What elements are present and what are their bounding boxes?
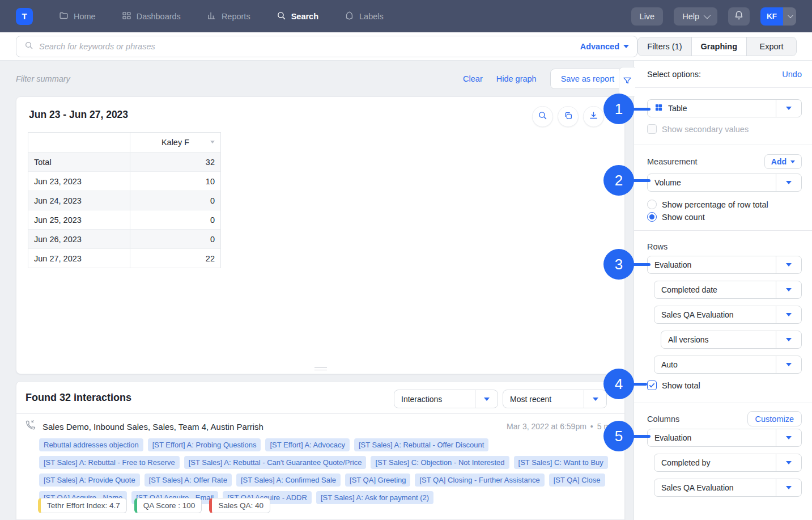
search-input[interactable] (39, 42, 575, 51)
qa-score-badge: QA Score : 100 (134, 498, 202, 513)
radio-show-count[interactable]: Show count (647, 212, 802, 222)
rows-dropdown-sales-qa[interactable]: Sales QA Evaluation (654, 306, 802, 324)
app-window: T Home Dashboards Reports (0, 0, 812, 520)
rows-dropdown-evaluation[interactable]: Evaluation (647, 256, 802, 274)
app-logo[interactable]: T (16, 8, 33, 25)
interactions-card: Found 32 interactions Interactions Most … (16, 381, 625, 520)
interaction-meta: Mar 3, 2022 at 6:59pm • 5 min (507, 422, 617, 431)
annotation-circle-1: 1 (603, 94, 634, 124)
nav-item-home[interactable]: Home (59, 11, 96, 22)
caret-down-icon (776, 479, 801, 496)
radio-unchecked (647, 200, 657, 209)
nav-item-label: Dashboards (137, 12, 181, 21)
notifications-button[interactable] (728, 7, 750, 26)
rows-dropdown-all-versions[interactable]: All versions (661, 331, 802, 349)
columns-dropdown-sales-qa[interactable]: Sales QA Evaluation (654, 479, 802, 497)
nav-item-dashboards[interactable]: Dashboards (122, 11, 181, 22)
columns-dropdown-evaluation[interactable]: Evaluation (647, 429, 802, 447)
results-count-title: Found 32 interactions (25, 392, 131, 404)
columns-section: Columns Customize Evaluation Completed b… (634, 403, 812, 497)
radio-show-percentage[interactable]: Show percentage of row total (647, 200, 802, 209)
hide-graph-link[interactable]: Hide graph (496, 74, 537, 83)
chevron-down-icon (783, 7, 796, 26)
chevron-down-icon (704, 12, 711, 19)
graph-resize-handle[interactable] (314, 367, 327, 372)
filter-panel-tab[interactable] (619, 67, 635, 96)
row-label: Jun 26, 2023 (28, 230, 130, 248)
sort-caret-icon (210, 141, 215, 143)
dot-separator: • (590, 422, 593, 431)
undo-link[interactable]: Undo (782, 70, 802, 79)
nav-item-search[interactable]: Search (277, 11, 318, 22)
measurement-section: Measurement Add Volume Show percentage o… (634, 145, 812, 230)
rows-dropdown-auto[interactable]: Auto (654, 356, 802, 374)
zoom-search-button[interactable] (532, 106, 553, 127)
divider (16, 413, 624, 414)
tag-chip[interactable]: [ST Sales] A: Rebuttal - Can't Guarantee… (184, 456, 367, 469)
caret-down-icon (790, 160, 795, 163)
nav-item-label: Home (74, 12, 96, 21)
tab-graphing[interactable]: Graphing (691, 37, 746, 56)
help-menu-button[interactable]: Help (674, 7, 717, 26)
tag-chip[interactable]: [ST Sales] A: Offer Rate (144, 474, 232, 487)
tag-chip[interactable]: Rebuttal addresses objection (39, 438, 143, 451)
top-nav-bar: T Home Dashboards Reports (0, 0, 812, 32)
tag-chip[interactable]: [ST QA] Close (549, 474, 605, 487)
table-header-row: Kaley F (28, 133, 220, 152)
live-button[interactable]: Live (631, 7, 664, 26)
column-header-kaley-f[interactable]: Kaley F (130, 138, 220, 147)
bell-icon (734, 10, 744, 22)
row-value: 0 (130, 215, 220, 225)
tag-chip[interactable]: [ST QA] Closing - Further Assistance (415, 474, 544, 487)
tag-chip[interactable]: [ST Effort] A: Probing Questions (148, 438, 261, 451)
tag-chip[interactable]: [ST Sales] C: Objection - Not Interested (371, 456, 509, 469)
row-label: Jun 25, 2023 (28, 210, 130, 229)
annotation-circle-5: 5 (603, 421, 634, 451)
tag-row: [ST Sales] A: Rebuttal - Free to Reserve… (39, 456, 600, 469)
columns-dropdown-completed-by[interactable]: Completed by (654, 454, 802, 472)
phone-call-icon (25, 420, 36, 433)
annotation-circle-4: 4 (603, 369, 634, 399)
tag-chip[interactable]: [ST Sales] A: Rebuttal - Offer Discount (354, 438, 488, 451)
tag-chip[interactable]: [ST Sales] A: Rebuttal - Free to Reserve (39, 456, 180, 469)
caret-down-icon (776, 306, 801, 323)
user-menu[interactable]: KF (760, 7, 796, 26)
download-button[interactable] (583, 106, 604, 127)
caret-down-icon (776, 174, 801, 191)
customize-button[interactable]: Customize (747, 411, 802, 426)
row-value: 10 (130, 177, 220, 186)
add-measurement-button[interactable]: Add (764, 154, 802, 169)
tab-filters[interactable]: Filters (1) (638, 37, 691, 56)
show-secondary-checkbox-row[interactable]: Show secondary values (647, 124, 802, 134)
graph-card: Jun 23 - Jun 27, 2023 (16, 96, 625, 374)
interaction-row: Sales Demo, Inbound Sales, Sales, Team 4… (25, 420, 617, 433)
sort-order-dropdown[interactable]: Most recent (503, 390, 607, 408)
tag-chip[interactable]: [ST Effort] A: Advocacy (265, 438, 349, 451)
tag-chip[interactable]: [ST Sales] A: Confirmed Sale (236, 474, 341, 487)
nav-item-labels[interactable]: Labels (345, 11, 384, 22)
rows-dropdown-completed-date[interactable]: Completed date (654, 281, 802, 299)
advanced-search-toggle[interactable]: Advanced (580, 42, 629, 51)
checkbox-checked (647, 381, 657, 390)
columns-label: Columns (647, 415, 679, 424)
measurement-dropdown[interactable]: Volume (647, 174, 802, 192)
table-grid-icon (654, 103, 663, 113)
chart-type-dropdown[interactable]: Table (647, 99, 802, 117)
tag-chip[interactable]: [ST Sales] A: Ask for payment (2) (316, 491, 433, 504)
search-icon (538, 111, 547, 122)
search-icon (277, 11, 286, 22)
nav-item-reports[interactable]: Reports (207, 11, 250, 22)
row-value: 0 (130, 196, 220, 205)
show-total-checkbox-row[interactable]: Show total (647, 381, 802, 390)
clear-link[interactable]: Clear (463, 74, 483, 83)
save-as-report-button[interactable]: Save as report (550, 69, 625, 89)
tag-chip[interactable]: [ST QA] Greeting (345, 474, 410, 487)
tag-chip[interactable]: [ST Sales] C: Want to Buy (514, 456, 608, 469)
copy-button[interactable] (558, 106, 579, 127)
tab-export[interactable]: Export (746, 37, 796, 56)
interaction-title[interactable]: Sales Demo, Inbound Sales, Sales, Team 4… (42, 422, 263, 432)
result-type-dropdown[interactable]: Interactions (394, 390, 498, 408)
caret-down-icon (475, 390, 498, 408)
table-row: Total 32 (28, 152, 220, 171)
tag-chip[interactable]: [ST Sales] A: Provide Quote (39, 474, 140, 487)
